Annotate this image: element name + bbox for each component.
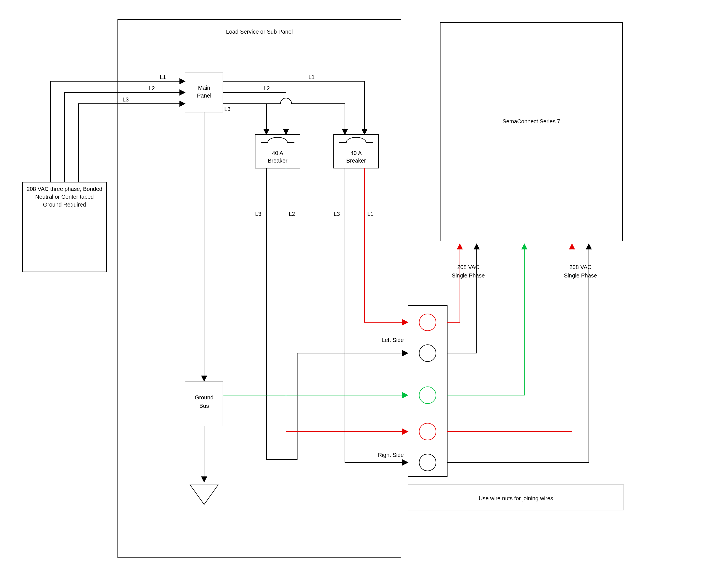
wire-nuts-text: Use wire nuts for joining wires [478, 495, 553, 501]
source-text: 208 VAC three phase, Bonded Neutral or C… [25, 185, 104, 209]
l3-out-label: L3 [224, 106, 230, 112]
phase-left-2: Single Phase [452, 272, 485, 278]
left-side-label: Left Side [382, 337, 404, 343]
breaker-left-line1: 40 A [272, 150, 284, 156]
breaker-left-l2-label: L2 [289, 211, 295, 217]
main-panel-label1: Main [198, 85, 210, 91]
ground-bus-l1: Ground [195, 394, 214, 400]
terminal-4 [419, 423, 436, 440]
phase-right-2: Single Phase [564, 272, 597, 278]
wiring-diagram: Load Service or Sub Panel 208 VAC three … [0, 0, 715, 588]
breaker-right-line2: Breaker [346, 158, 366, 164]
phase-left-1: 208 VAC [457, 264, 479, 270]
sema-title: SemaConnect Series 7 [503, 118, 560, 124]
breaker-left-line2: Breaker [268, 158, 287, 164]
phase-right-1: 208 VAC [570, 264, 592, 270]
breaker-right-line1: 40 A [350, 150, 362, 156]
wire-t2-to-sema [447, 244, 477, 353]
wire-left-l2-to-t4 [286, 216, 408, 432]
panel-title: Load Service or Sub Panel [226, 28, 293, 35]
terminal-3 [419, 387, 436, 404]
l2-in-label: L2 [149, 85, 155, 91]
right-side-label: Right Side [378, 452, 404, 458]
l2-out-label: L2 [264, 85, 270, 91]
breaker-left-arc [261, 137, 294, 142]
wire-t4-to-sema [447, 244, 572, 432]
terminal-5 [419, 454, 436, 471]
wire-t1-to-sema [447, 244, 460, 322]
sub-panel-box [118, 20, 401, 558]
main-panel-label2: Panel [197, 92, 211, 99]
earth-symbol [190, 485, 218, 504]
breaker-right-arc [339, 137, 373, 142]
terminal-1 [419, 314, 436, 331]
breaker-right-l3-label: L3 [334, 211, 340, 217]
wire-right-l1-to-t1 [365, 216, 408, 322]
semaconnect-box [440, 22, 622, 241]
wire-l1-out [223, 81, 365, 134]
l1-in-label: L1 [160, 74, 166, 80]
terminal-2 [419, 345, 436, 361]
l1-out-label: L1 [308, 74, 314, 80]
wire-l2-in [64, 92, 185, 182]
ground-bus-l2: Bus [199, 403, 209, 409]
l3-in-label: L3 [123, 97, 129, 103]
wire-l3-in [79, 104, 185, 182]
wire-l2-out [223, 92, 286, 134]
breaker-left-l3-label: L3 [255, 211, 261, 217]
breaker-right-l1-label: L1 [367, 211, 373, 217]
terminal-block [408, 306, 447, 477]
